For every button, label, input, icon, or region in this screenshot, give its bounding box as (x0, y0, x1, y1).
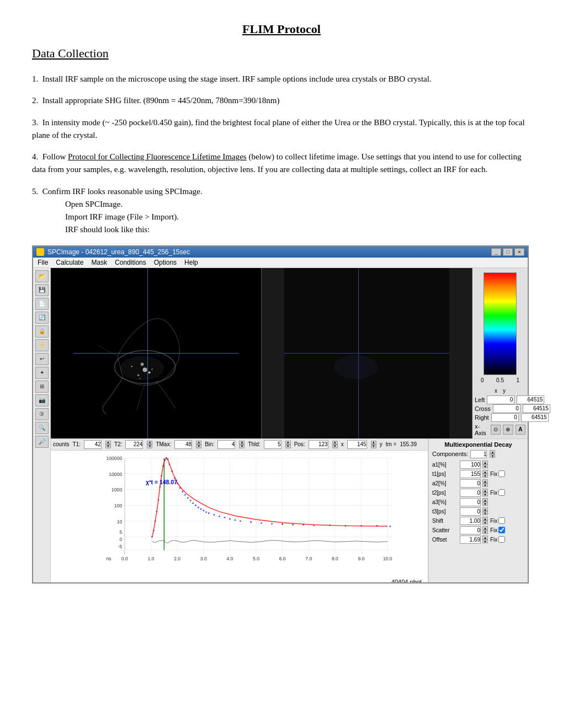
toolbar-3d[interactable]: ③ (35, 408, 49, 420)
menu-options[interactable]: Options (154, 259, 177, 266)
t3ps-input[interactable] (460, 507, 481, 516)
menu-mask[interactable]: Mask (91, 259, 107, 266)
toolbar-lock[interactable]: 🔒 (35, 325, 49, 338)
toolbar-open[interactable]: 📂 (35, 270, 49, 282)
toolbar-camera[interactable]: 📷 (35, 394, 49, 406)
a3-down[interactable]: ▼ (482, 502, 488, 506)
microscope-image-panel[interactable] (51, 268, 262, 438)
offset-up[interactable]: ▲ (482, 536, 488, 539)
shift-up[interactable]: ▲ (482, 517, 488, 521)
menu-help[interactable]: Help (184, 259, 198, 266)
svg-point-76 (192, 502, 194, 504)
a3-up[interactable]: ▲ (482, 498, 488, 502)
item-text-1: Install IRF sample on the microscope usi… (43, 74, 432, 83)
xaxis-btn-a[interactable]: A (516, 425, 525, 435)
a2-up[interactable]: ▲ (482, 479, 488, 483)
toolbar-save[interactable]: 💾 (35, 284, 49, 296)
t2-up[interactable]: ▲ (147, 441, 152, 445)
x-input[interactable] (347, 440, 367, 449)
left-y-input[interactable] (517, 395, 544, 404)
shift-down[interactable]: ▼ (482, 521, 488, 524)
right-y-input[interactable] (521, 413, 549, 422)
a1-up[interactable]: ▲ (482, 461, 488, 464)
scatter-label: Scatter (432, 527, 459, 533)
protocol-link[interactable]: Protocol for Collecting Fluorescence Lif… (68, 152, 247, 161)
t1ps-input[interactable] (460, 470, 481, 478)
t2-fix-checkbox[interactable] (498, 489, 505, 496)
tmax-down[interactable]: ▼ (196, 445, 201, 448)
pos-input[interactable] (309, 440, 328, 449)
a1-down[interactable]: ▼ (482, 464, 488, 468)
components-down[interactable]: ▼ (490, 454, 495, 458)
t2-input[interactable] (125, 440, 143, 449)
menu-conditions[interactable]: Conditions (115, 259, 146, 266)
thld-input[interactable] (264, 440, 282, 449)
t2ps-down[interactable]: ▼ (482, 493, 488, 496)
t1-input[interactable] (84, 440, 102, 449)
thld-up[interactable]: ▲ (285, 441, 291, 445)
t1-up[interactable]: ▲ (105, 441, 111, 445)
left-x-input[interactable] (487, 395, 514, 404)
offset-down[interactable]: ▼ (482, 539, 488, 543)
tm-label: tm = (386, 441, 397, 447)
toolbar-grid[interactable]: ⊞ (35, 381, 49, 393)
a2-down[interactable]: ▼ (482, 483, 488, 487)
thld-down[interactable]: ▼ (285, 445, 291, 448)
t1-fix-checkbox[interactable] (498, 470, 505, 477)
t1-down[interactable]: ▼ (105, 445, 111, 448)
menu-file[interactable]: File (38, 259, 48, 266)
a1-input[interactable] (460, 461, 481, 469)
t2-down[interactable]: ▼ (147, 445, 152, 448)
svg-rect-16 (104, 453, 398, 563)
t2ps-input[interactable] (460, 489, 481, 497)
pos-down[interactable]: ▼ (332, 445, 338, 448)
bin-input[interactable] (217, 440, 235, 449)
a2-input[interactable] (460, 479, 481, 488)
svg-text:0.0: 0.0 (121, 556, 128, 561)
t2ps-up[interactable]: ▲ (482, 489, 488, 493)
toolbar-arrow[interactable]: ↩ (35, 353, 49, 365)
toolbar-flash[interactable]: ⚡ (35, 339, 49, 351)
bin-down[interactable]: ▼ (239, 445, 245, 448)
a3-input[interactable] (460, 498, 481, 506)
toolbar-refresh[interactable]: 🔄 (35, 312, 49, 324)
menu-calculate[interactable]: Calculate (56, 259, 83, 266)
x-down[interactable]: ▼ (371, 445, 376, 448)
x-up[interactable]: ▲ (371, 441, 376, 445)
toolbar-file2[interactable]: 📄 (35, 298, 49, 310)
toolbar-wand[interactable]: ✦ (35, 367, 49, 379)
scatter-down[interactable]: ▼ (482, 530, 488, 534)
scatter-up[interactable]: ▲ (482, 526, 488, 530)
close-button[interactable]: ✕ (514, 248, 524, 256)
components-input[interactable] (470, 450, 487, 458)
minimize-button[interactable]: _ (491, 248, 501, 256)
toolbar-zoom-in[interactable]: 🔍 (35, 422, 49, 434)
t2-label: T2: (114, 441, 122, 447)
shift-fix-checkbox[interactable] (498, 517, 505, 524)
pos-up[interactable]: ▲ (332, 441, 338, 445)
scatter-fix-checkbox[interactable] (498, 527, 505, 533)
xaxis-btn2[interactable]: ⊕ (503, 425, 513, 435)
tmax-input[interactable] (174, 440, 192, 449)
colorbar (484, 272, 517, 375)
t3ps-down[interactable]: ▼ (482, 511, 488, 515)
cross-y-input[interactable] (523, 404, 550, 413)
t1ps-up[interactable]: ▲ (482, 470, 488, 474)
bin-up[interactable]: ▲ (239, 441, 245, 445)
t1ps-down[interactable]: ▼ (482, 474, 488, 478)
right-x-input[interactable] (491, 413, 519, 422)
xaxis-btn1[interactable]: ⊙ (491, 425, 501, 435)
tmax-up[interactable]: ▲ (196, 441, 201, 445)
cross-x-input[interactable] (493, 404, 520, 413)
chart-svg: 100000 10000 1000 100 10 5 0 -5 0.0 1.0 … (78, 453, 423, 563)
t3ps-up[interactable]: ▲ (482, 507, 488, 511)
shift-input[interactable] (460, 517, 481, 525)
components-up[interactable]: ▲ (490, 450, 495, 454)
offset-input[interactable] (460, 536, 481, 544)
lifetime-image-panel[interactable] (262, 268, 472, 438)
offset-fix-checkbox[interactable] (498, 536, 505, 543)
maximize-button[interactable]: □ (503, 248, 513, 256)
scatter-input[interactable] (460, 526, 481, 534)
toolbar-zoom-out[interactable]: 🔎 (35, 436, 49, 448)
svg-text:1.0: 1.0 (148, 556, 155, 561)
